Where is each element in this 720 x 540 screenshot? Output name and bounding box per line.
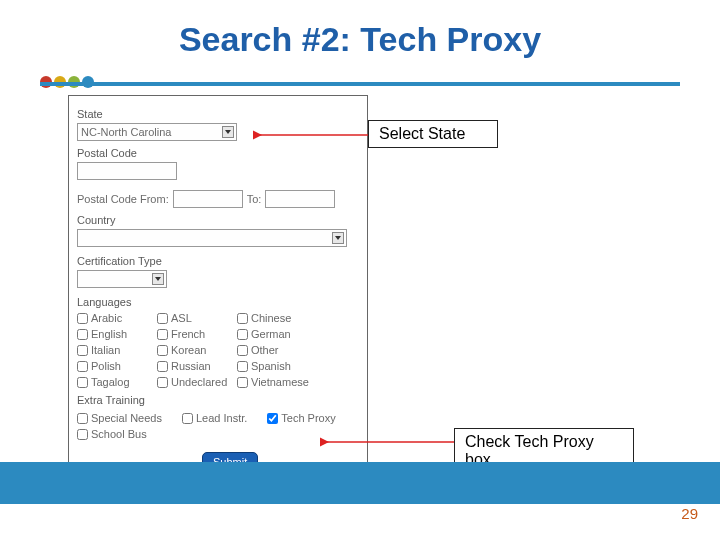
language-checkbox[interactable]: Korean: [157, 344, 237, 356]
language-text: Korean: [171, 344, 206, 356]
language-box[interactable]: [237, 329, 248, 340]
language-text: Italian: [91, 344, 120, 356]
state-label: State: [77, 108, 359, 120]
languages-grid: ArabicASLChineseEnglishFrenchGermanItali…: [77, 312, 359, 388]
language-text: ASL: [171, 312, 192, 324]
chevron-down-icon: [222, 126, 234, 138]
tech-proxy-box[interactable]: [267, 413, 278, 424]
language-checkbox[interactable]: Spanish: [237, 360, 317, 372]
language-box[interactable]: [157, 345, 168, 356]
arrow-select-state: [253, 130, 368, 144]
language-box[interactable]: [77, 361, 88, 372]
lead-instr-box[interactable]: [182, 413, 193, 424]
language-checkbox[interactable]: Arabic: [77, 312, 157, 324]
arrow-check-tech-proxy: [320, 437, 454, 451]
language-box[interactable]: [237, 345, 248, 356]
language-text: Polish: [91, 360, 121, 372]
language-text: Other: [251, 344, 279, 356]
language-box[interactable]: [77, 313, 88, 324]
extra-training-label: Extra Training: [77, 394, 359, 406]
school-bus-text: School Bus: [91, 428, 147, 440]
cert-type-label: Certification Type: [77, 255, 359, 267]
tech-proxy-text: Tech Proxy: [281, 412, 335, 424]
language-text: Vietnamese: [251, 376, 309, 388]
callout-select-state: Select State: [368, 120, 498, 148]
extra-training-row: Special Needs Lead Instr. Tech Proxy: [77, 412, 359, 424]
language-text: English: [91, 328, 127, 340]
page-number: 29: [681, 505, 698, 522]
chevron-down-icon: [152, 273, 164, 285]
state-select[interactable]: NC-North Carolina: [77, 123, 237, 141]
language-text: Spanish: [251, 360, 291, 372]
language-box[interactable]: [77, 345, 88, 356]
language-checkbox[interactable]: Chinese: [237, 312, 317, 324]
language-box[interactable]: [237, 361, 248, 372]
language-text: French: [171, 328, 205, 340]
footer-band: [0, 462, 720, 504]
postal-code-input[interactable]: [77, 162, 177, 180]
language-checkbox[interactable]: ASL: [157, 312, 237, 324]
language-checkbox[interactable]: English: [77, 328, 157, 340]
school-bus-box[interactable]: [77, 429, 88, 440]
language-checkbox[interactable]: Tagalog: [77, 376, 157, 388]
language-text: Russian: [171, 360, 211, 372]
language-checkbox[interactable]: German: [237, 328, 317, 340]
language-text: German: [251, 328, 291, 340]
language-box[interactable]: [157, 361, 168, 372]
language-box[interactable]: [157, 313, 168, 324]
language-checkbox[interactable]: Italian: [77, 344, 157, 356]
language-box[interactable]: [237, 313, 248, 324]
language-box[interactable]: [157, 329, 168, 340]
school-bus-checkbox[interactable]: School Bus: [77, 428, 359, 440]
special-needs-text: Special Needs: [91, 412, 162, 424]
language-box[interactable]: [77, 377, 88, 388]
chevron-down-icon: [332, 232, 344, 244]
cert-type-select[interactable]: [77, 270, 167, 288]
language-text: Tagalog: [91, 376, 130, 388]
language-text: Undeclared: [171, 376, 227, 388]
postal-from-label: Postal Code From:: [77, 193, 169, 205]
language-checkbox[interactable]: Polish: [77, 360, 157, 372]
language-checkbox[interactable]: Vietnamese: [237, 376, 317, 388]
country-select[interactable]: [77, 229, 347, 247]
language-checkbox[interactable]: Russian: [157, 360, 237, 372]
tech-proxy-checkbox[interactable]: Tech Proxy: [267, 412, 335, 424]
postal-to-label: To:: [247, 193, 262, 205]
country-label: Country: [77, 214, 359, 226]
state-value: NC-North Carolina: [81, 126, 171, 138]
lead-instr-text: Lead Instr.: [196, 412, 247, 424]
slide-title: Search #2: Tech Proxy: [0, 20, 720, 59]
language-checkbox[interactable]: French: [157, 328, 237, 340]
languages-label: Languages: [77, 296, 359, 308]
language-box[interactable]: [157, 377, 168, 388]
title-underline: [40, 82, 680, 86]
language-text: Chinese: [251, 312, 291, 324]
language-checkbox[interactable]: Other: [237, 344, 317, 356]
language-box[interactable]: [77, 329, 88, 340]
special-needs-box[interactable]: [77, 413, 88, 424]
postal-code-label: Postal Code: [77, 147, 359, 159]
language-checkbox[interactable]: Undeclared: [157, 376, 237, 388]
language-box[interactable]: [237, 377, 248, 388]
postal-to-input[interactable]: [265, 190, 335, 208]
special-needs-checkbox[interactable]: Special Needs: [77, 412, 162, 424]
lead-instr-checkbox[interactable]: Lead Instr.: [182, 412, 247, 424]
language-text: Arabic: [91, 312, 122, 324]
postal-from-input[interactable]: [173, 190, 243, 208]
